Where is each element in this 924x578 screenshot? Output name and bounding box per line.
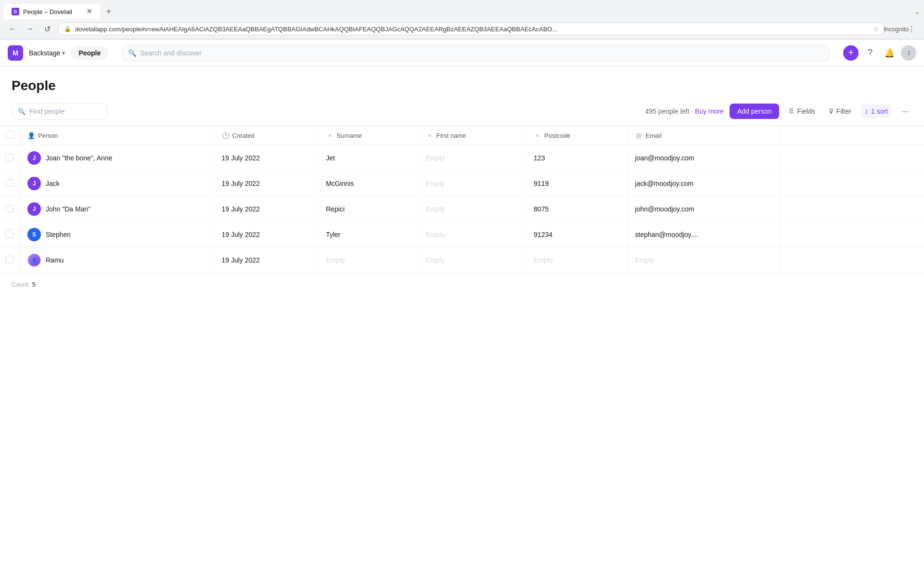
empty-value: Empty (635, 256, 654, 264)
sort-button[interactable]: ↕ 1 sort (861, 105, 892, 118)
postcode-cell[interactable]: 9119 (526, 171, 627, 197)
table-body: JJoan "the bone", Anne19 July 2022JetEmp… (0, 145, 924, 273)
postcode-cell[interactable]: 91234 (526, 222, 627, 248)
tab-bar: D People – Dovetail ✕ + ⌄ (0, 0, 924, 19)
person-avatar: 👤 (27, 253, 41, 267)
people-table-container: 👤 Person 🕐 Created ≡ Surname (0, 126, 924, 273)
person-cell[interactable]: JJohn "Da Man" (20, 197, 214, 222)
email-cell[interactable]: jack@moodjoy.com (627, 171, 780, 197)
more-options-button[interactable]: ⋮ (905, 22, 918, 36)
active-tab[interactable]: D People – Dovetail ✕ (4, 4, 100, 19)
firstname-cell[interactable]: Empty (418, 171, 526, 197)
tab-bar-expand[interactable]: ⌄ (914, 8, 920, 15)
user-avatar[interactable]: J (901, 45, 916, 61)
row-checkbox[interactable] (6, 154, 13, 161)
back-button[interactable]: ← (6, 22, 19, 36)
surname-cell[interactable]: Repici (318, 197, 418, 222)
profile-button[interactable]: Incognito (889, 22, 903, 36)
person-avatar: J (27, 151, 41, 165)
count-value: 5 (32, 281, 36, 288)
surname-cell[interactable]: Tyler (318, 222, 418, 248)
forward-button[interactable]: → (23, 22, 37, 36)
email-cell[interactable]: Empty (627, 248, 780, 273)
add-icon: + (848, 47, 854, 58)
firstname-cell[interactable]: Empty (418, 222, 526, 248)
workspace-selector[interactable]: Backstage ▾ (29, 49, 65, 57)
person-cell[interactable]: JJack (20, 171, 214, 197)
table-header: 👤 Person 🕐 Created ≡ Surname (0, 126, 924, 145)
person-name: John "Da Man" (46, 205, 90, 213)
help-icon: ? (868, 48, 873, 58)
reload-button[interactable]: ↺ (40, 22, 54, 36)
help-button[interactable]: ? (862, 45, 878, 61)
person-cell[interactable]: SStephen (20, 222, 214, 248)
person-cell[interactable]: JJoan "the bone", Anne (20, 145, 214, 171)
table-row[interactable]: 👤Ramu19 July 2022EmptyEmptyEmptyEmpty (0, 248, 924, 273)
firstname-cell[interactable]: Empty (418, 248, 526, 273)
person-cell[interactable]: 👤Ramu (20, 248, 214, 273)
row-checkbox[interactable] (6, 230, 13, 238)
email-cell[interactable]: stephan@moodjoy.... (627, 222, 780, 248)
postcode-cell[interactable]: 123 (526, 145, 627, 171)
row-checkbox[interactable] (6, 179, 13, 187)
surname-cell[interactable]: Empty (318, 248, 418, 273)
person-name: Ramu (46, 256, 64, 264)
add-person-button[interactable]: Add person (730, 104, 780, 119)
row-checkbox[interactable] (6, 205, 13, 212)
bookmark-icon[interactable]: ☆ (873, 25, 879, 33)
firstname-cell[interactable]: Empty (418, 197, 526, 222)
add-button[interactable]: + (843, 45, 859, 61)
table-row[interactable]: JJack19 July 2022McGinnisEmpty9119jack@m… (0, 171, 924, 197)
surname-cell[interactable]: McGinnis (318, 171, 418, 197)
url-bar[interactable]: 🔒 dovetailapp.com/people#v=ewAiAHEAIgA6A… (58, 23, 886, 35)
col-label-postcode: Postcode (544, 132, 570, 139)
email-cell[interactable]: john@moodjoy.com (627, 197, 780, 222)
created-cell: 19 July 2022 (214, 197, 318, 222)
row-checkbox[interactable] (6, 256, 13, 263)
fields-button[interactable]: ☰ Fields (785, 105, 819, 118)
created-cell: 19 July 2022 (214, 145, 318, 171)
fields-label: Fields (797, 107, 815, 115)
table-row[interactable]: SStephen19 July 2022TylerEmpty91234steph… (0, 222, 924, 248)
url-text: dovetailapp.com/people#v=ewAiAHEAIgA6ACi… (75, 26, 869, 33)
fields-icon: ☰ (789, 108, 794, 115)
table-row[interactable]: JJoan "the bone", Anne19 July 2022JetEmp… (0, 145, 924, 171)
tab-favicon: D (12, 8, 19, 15)
column-header-email: @ Email (627, 126, 780, 145)
buy-more-link[interactable]: Buy more (695, 107, 724, 115)
new-tab-button[interactable]: + (102, 5, 116, 18)
workspace-chevron-icon: ▾ (62, 50, 65, 56)
table-row[interactable]: JJohn "Da Man"19 July 2022RepiciEmpty807… (0, 197, 924, 222)
tab-title: People – Dovetail (23, 8, 72, 15)
find-placeholder: Find people (29, 107, 64, 115)
tab-close-button[interactable]: ✕ (86, 8, 92, 15)
filter-button[interactable]: ⊽ Filter (825, 105, 855, 118)
column-header-postcode: ≡ Postcode (526, 126, 627, 145)
firstname-cell[interactable]: Empty (418, 145, 526, 171)
empty-value: Empty (426, 205, 445, 213)
person-avatar: J (27, 177, 41, 190)
col-label-firstname: First name (436, 132, 466, 139)
col-label-surname: Surname (336, 132, 362, 139)
select-all-checkbox[interactable] (6, 131, 13, 139)
empty-value: Empty (426, 256, 445, 264)
column-header-firstname: ≡ First name (418, 126, 526, 145)
notifications-button[interactable]: 🔔 (882, 45, 897, 61)
people-nav-item[interactable]: People (71, 46, 108, 60)
extra-cell (780, 248, 924, 273)
postcode-cell[interactable]: Empty (526, 248, 627, 273)
empty-value: Empty (534, 256, 553, 264)
empty-value: Empty (426, 154, 445, 162)
surname-cell[interactable]: Jet (318, 145, 418, 171)
more-options-toolbar-button[interactable]: ··· (898, 105, 912, 118)
person-avatar: S (27, 228, 41, 241)
toolbar-right: 495 people left · Buy more Add person ☰ … (645, 104, 912, 119)
postcode-cell[interactable]: 8075 (526, 197, 627, 222)
find-people-input[interactable]: 🔍 Find people (12, 103, 108, 119)
global-search-bar[interactable]: 🔍 Search and discover (122, 45, 830, 61)
row-checkbox-4 (0, 248, 20, 273)
email-cell[interactable]: joan@moodjoy.com (627, 145, 780, 171)
nav-bar: ← → ↺ 🔒 dovetailapp.com/people#v=ewAiAHE… (0, 19, 924, 39)
sort-label: 1 sort (871, 107, 888, 115)
select-all-header[interactable] (0, 126, 20, 145)
